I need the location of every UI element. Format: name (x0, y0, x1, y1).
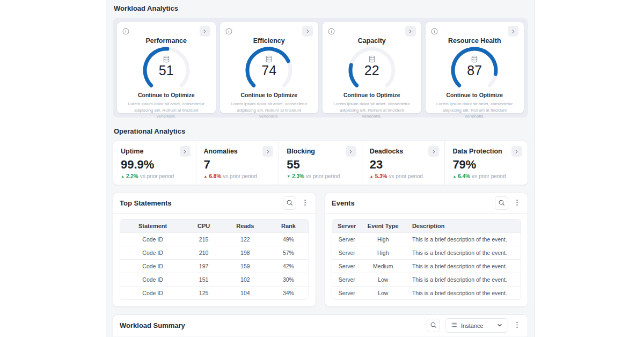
chevron-right-button[interactable] (262, 146, 273, 157)
info-icon[interactable] (122, 28, 129, 35)
chevron-right-button[interactable] (346, 146, 356, 157)
table-row[interactable]: ServerHighThis is a brief description of… (332, 233, 521, 246)
instance-dropdown[interactable]: Instance (445, 318, 508, 333)
section-title-workload-analytics: Workload Analytics (114, 4, 527, 12)
gauge-card-resource-health: Resource Health87Continue to OptimizeLor… (426, 22, 524, 113)
table-row[interactable]: Code ID21512249% (120, 233, 309, 246)
chevron-right-button[interactable] (508, 26, 518, 36)
stat-card-uptime: Uptime99.9%▲2.2%vs prior period (113, 141, 196, 185)
table-row[interactable]: Code ID15110230% (120, 273, 309, 287)
table-row[interactable]: ServerLowThis is a brief description of … (332, 287, 521, 300)
delta-suffix: vs prior period (140, 173, 174, 179)
chevron-right-button[interactable] (200, 26, 210, 36)
stat-value: 55 (287, 158, 356, 171)
stat-delta: ▲6.4%vs prior period (452, 173, 522, 179)
table-cell: Server (332, 273, 362, 287)
table-row[interactable]: Code ID21019857% (120, 246, 309, 260)
table-cell: 57% (268, 246, 309, 260)
stat-label: Deadlocks (370, 148, 404, 155)
database-icon (431, 55, 519, 63)
delta-suffix: vs prior period (389, 173, 423, 179)
database-icon (122, 55, 210, 63)
delta-percent: 6.8% (209, 173, 222, 179)
table-cell: This is a brief description of the event… (405, 246, 521, 260)
gauge-card-toolbar (225, 26, 313, 36)
gauge-status-label: Continue to Optimize (431, 92, 519, 98)
table-cell: Server (332, 246, 362, 260)
table-row[interactable]: Code ID19715942% (120, 260, 309, 273)
top-statements-table-wrap: StatementCPUReadsRankCode ID21512249%Cod… (113, 214, 316, 306)
trend-up-icon: ▲ (121, 174, 125, 178)
delta-percent: 5.3% (375, 173, 387, 179)
search-icon (286, 199, 293, 208)
table-cell: 49% (268, 233, 309, 246)
table-header-cell: Server (332, 219, 362, 233)
kebab-menu-button[interactable] (301, 199, 309, 208)
gauge-status-label: Continue to Optimize (225, 92, 313, 98)
info-icon[interactable] (431, 28, 438, 35)
kebab-icon (301, 199, 309, 208)
table-header-cell: Description (405, 219, 521, 233)
delta-percent: 2.2% (126, 173, 138, 179)
gauge-title: Efficiency (225, 37, 313, 45)
gauge-description: Lorem ipsum dolor sit amet, consectetur … (431, 101, 519, 120)
table-cell: 122 (222, 233, 268, 246)
table-cell: 42% (268, 260, 309, 273)
trend-down-icon: ▼ (287, 174, 290, 178)
table-cell: Code ID (120, 233, 185, 246)
chevron-down-icon (496, 322, 503, 329)
instance-dropdown-label: Instance (461, 323, 493, 329)
dashboard-page: Workload Analytics Performance51Continue… (106, 0, 535, 337)
table-cell: Code ID (120, 287, 185, 300)
table-cell: 210 (185, 246, 222, 260)
table-cell: Server (332, 260, 362, 273)
table-cell: 198 (222, 246, 268, 260)
chevron-right-button[interactable] (405, 26, 416, 36)
stat-value: 99.9% (121, 158, 191, 171)
stat-delta: ▲6.8%vs prior period (204, 173, 274, 179)
chevron-right-button[interactable] (302, 26, 313, 36)
kebab-menu-button[interactable] (513, 199, 521, 208)
table-row[interactable]: Code ID12510434% (120, 287, 309, 300)
panel-title: Workload Summary (120, 321, 185, 329)
delta-percent: 6.4% (458, 173, 470, 179)
gauge: 51 (122, 46, 210, 91)
table-row[interactable]: ServerLowThis is a brief description of … (332, 273, 521, 287)
chevron-right-button[interactable] (511, 146, 522, 157)
gauge-description: Lorem ipsum dolor sit amet, consectetur … (328, 101, 416, 120)
delta-percent: 2.3% (292, 173, 304, 179)
chevron-right-button[interactable] (180, 146, 191, 157)
top-statements-panel: Top Statements StatementCPUReadsRankCode… (113, 193, 316, 307)
stat-card-deadlocks: Deadlocks23▲5.3%vs prior period (362, 141, 445, 185)
workload-summary-header: Workload Summary Instance (113, 315, 528, 336)
top-statements-header: Top Statements (113, 193, 316, 214)
table-row[interactable]: ServerMediumThis is a brief description … (332, 260, 521, 273)
table-header-cell: Rank (268, 219, 309, 233)
table-cell: This is a brief description of the event… (405, 273, 521, 287)
panel-title: Top Statements (120, 199, 172, 207)
gauge-title: Resource Health (431, 37, 519, 45)
stat-delta: ▼2.3%vs prior period (287, 173, 356, 179)
gauge-status-label: Continue to Optimize (328, 92, 416, 98)
kebab-menu-button[interactable] (513, 321, 521, 331)
info-icon[interactable] (328, 28, 335, 35)
search-button[interactable] (495, 196, 508, 210)
kebab-icon (513, 321, 521, 331)
gauge-card-capacity: Capacity22Continue to OptimizeLorem ipsu… (323, 22, 421, 113)
chevron-right-button[interactable] (428, 146, 439, 157)
trend-up-icon: ▲ (452, 174, 456, 178)
stat-card-blocking: Blocking55▼2.3%vs prior period (279, 141, 362, 185)
table-cell: 30% (268, 273, 309, 287)
table-cell: Server (332, 287, 362, 300)
info-icon[interactable] (225, 28, 232, 35)
search-button[interactable] (427, 319, 440, 332)
gauge-value: 51 (122, 63, 210, 77)
stat-label: Data Protection (452, 148, 502, 155)
search-button[interactable] (283, 196, 296, 210)
events-table-wrap: ServerEvent TypeDescriptionServerHighThi… (325, 214, 528, 306)
table-row[interactable]: ServerHighThis is a brief description of… (332, 246, 521, 260)
table-cell: Medium (362, 260, 405, 273)
table-cell: 34% (268, 287, 309, 300)
gauge-center: 87 (431, 55, 519, 77)
gauge-center: 74 (225, 55, 313, 77)
